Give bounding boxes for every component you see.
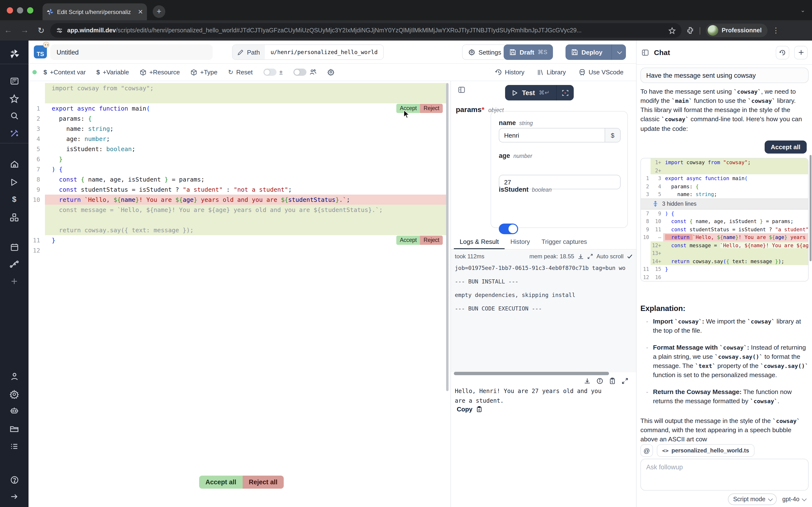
code-line[interactable]: import cowsay from "cowsay";	[45, 83, 448, 93]
settings-button[interactable]: Settings	[462, 44, 507, 60]
sidebar-item-folders[interactable]	[0, 423, 29, 435]
followup-input[interactable]: Ask followup	[641, 459, 809, 491]
sidebar-item-apps[interactable]	[0, 75, 29, 87]
editor-line[interactable]: 11}AcceptReject	[29, 235, 451, 245]
window-zoom-button[interactable]	[27, 7, 33, 13]
sidebar-item-settings[interactable]	[0, 388, 29, 400]
toggle-off[interactable]	[263, 68, 276, 76]
site-settings-icon[interactable]	[56, 27, 63, 34]
browser-tab[interactable]: Edit Script u/henri/personaliz ✕	[43, 3, 147, 20]
mention-button[interactable]: @	[641, 444, 653, 457]
expand-hidden-lines[interactable]: 3 hidden lines	[641, 198, 808, 209]
code-line[interactable]	[45, 215, 448, 225]
editor-line[interactable]: 6 }	[29, 154, 451, 164]
sidebar-item-variables[interactable]: $	[0, 193, 29, 205]
diff-toggle[interactable]: ±	[263, 68, 283, 76]
history-button[interactable]: History	[495, 68, 524, 76]
editor-line[interactable]	[29, 215, 451, 225]
code-line[interactable]: return `Hello, ${name}! You are ${age} y…	[45, 194, 448, 205]
address-bar[interactable]: app.windmill.dev/scripts/edit/u/henri/pe…	[50, 23, 681, 38]
code-line[interactable]: return cowsay.say({ text: message });	[45, 225, 448, 235]
new-tab-button[interactable]: +	[153, 5, 165, 18]
code-line[interactable]: }AcceptReject	[45, 235, 448, 245]
info-icon[interactable]	[597, 378, 603, 384]
code-line[interactable]	[45, 93, 448, 103]
code-line[interactable]: export async function main(AcceptReject	[45, 103, 448, 113]
add-context-var-button[interactable]: $+Context var	[44, 68, 86, 76]
sidebar-item-favorites[interactable]	[0, 93, 29, 104]
code-line[interactable]: params: {	[45, 113, 448, 124]
sidebar-add-icon[interactable]	[0, 275, 29, 287]
help-icon[interactable]	[0, 474, 29, 486]
forward-icon[interactable]: →	[16, 25, 33, 35]
collapse-panel-icon[interactable]	[458, 86, 465, 94]
search-icon[interactable]	[0, 110, 29, 122]
editor-line[interactable]: return cowsay.say({ text: message });	[29, 225, 451, 235]
chat-accept-all-button[interactable]: Accept all	[764, 140, 807, 154]
editor-settings-gear-icon[interactable]	[327, 68, 335, 76]
windmill-logo-icon[interactable]	[0, 48, 29, 60]
toggle-off[interactable]	[293, 68, 306, 76]
code-line[interactable]: const message = `Hello, ${name}! You are…	[45, 205, 448, 215]
script-path[interactable]: Path u/henri/personalized_hello_world	[232, 44, 384, 60]
download-logs-icon[interactable]	[577, 253, 584, 260]
sidebar-item-resources[interactable]	[0, 212, 29, 223]
model-select[interactable]: gpt-4o	[782, 496, 805, 503]
bookmark-star-icon[interactable]	[668, 27, 676, 34]
code-line[interactable]: age: number;	[45, 134, 448, 144]
sidebar-item-workers[interactable]	[0, 405, 29, 416]
name-field[interactable]: Henri $	[499, 128, 621, 143]
window-minimize-button[interactable]	[17, 7, 23, 13]
add-variable-button[interactable]: $+Variable	[96, 68, 129, 76]
editor-line[interactable]: 1export async function main(AcceptReject	[29, 103, 451, 113]
library-button[interactable]: Library	[537, 68, 566, 76]
window-close-button[interactable]	[7, 7, 13, 13]
editor-line[interactable]: 2 params: {	[29, 113, 451, 124]
editor-line[interactable]: 7) {	[29, 164, 451, 174]
context-file-chip[interactable]: <>personalized_hello_world.ts	[657, 444, 755, 457]
editor-line[interactable]: import cowsay from "cowsay";	[29, 83, 451, 93]
add-resource-button[interactable]: +Resource	[140, 68, 180, 76]
mode-select[interactable]: Script mode	[728, 494, 776, 505]
expand-sidebar-icon[interactable]	[0, 491, 29, 502]
sidebar-item-runs[interactable]	[0, 176, 29, 188]
autoscroll-label[interactable]: Auto scroll	[597, 253, 623, 260]
download-result-icon[interactable]	[584, 378, 591, 384]
tab-logs-result[interactable]: Logs & Result	[454, 236, 505, 249]
fullscreen-icon[interactable]	[621, 378, 628, 384]
editor-line[interactable]: 4 age: number;	[29, 134, 451, 144]
capture-icon[interactable]	[556, 85, 574, 101]
chat-history-button[interactable]	[776, 46, 789, 59]
tab-search-chevron-icon[interactable]: ⌄	[798, 5, 808, 15]
deploy-button[interactable]: Deploy	[565, 44, 626, 60]
reload-icon[interactable]: ↻	[33, 25, 49, 36]
kebab-menu-icon[interactable]: ⋮	[772, 26, 780, 35]
tab-trigger-captures[interactable]: Trigger captures	[536, 236, 593, 249]
code-line[interactable]: }	[45, 154, 448, 164]
editor-line[interactable]: 10 return `Hello, ${name}! You are ${age…	[29, 194, 451, 205]
code-line[interactable]: ) {	[45, 164, 448, 174]
use-vscode-button[interactable]: Use VScode	[578, 68, 623, 76]
reject-chunk-button[interactable]: Reject	[420, 104, 443, 113]
collapse-chat-icon[interactable]	[642, 49, 649, 56]
editor-line[interactable]: const message = `Hello, ${name}! You are…	[29, 205, 451, 215]
editor-line[interactable]: 9 const studentStatus = isStudent ? "a s…	[29, 184, 451, 194]
code-line[interactable]: const { name, age, isStudent } = params;	[45, 174, 448, 184]
code-line[interactable]: isStudent: boolean;	[45, 144, 448, 154]
reject-all-button[interactable]: Reject all	[243, 475, 284, 489]
deploy-dropdown[interactable]	[612, 44, 626, 60]
clipboard-icon[interactable]	[609, 378, 616, 384]
code-line[interactable]: name: string;	[45, 124, 448, 134]
browser-profile-chip[interactable]: Professionnel	[706, 24, 767, 37]
editor-line[interactable]: 3 name: string;	[29, 124, 451, 134]
sidebar-item-user[interactable]	[0, 371, 29, 382]
logs-horizontal-scrollbar[interactable]	[454, 372, 609, 375]
script-summary-input[interactable]: Untitled	[50, 44, 213, 60]
editor-line[interactable]	[29, 93, 451, 103]
code-editor[interactable]: import cowsay from "cowsay";1export asyn…	[29, 81, 451, 507]
ai-wand-icon[interactable]	[0, 127, 29, 139]
code-line[interactable]: const studentStatus = isStudent ? "a stu…	[45, 184, 448, 194]
editor-line[interactable]: 5 isStudent: boolean;	[29, 144, 451, 154]
draft-button[interactable]: Draft ⌘S	[504, 44, 553, 60]
back-icon[interactable]: ←	[0, 25, 16, 35]
